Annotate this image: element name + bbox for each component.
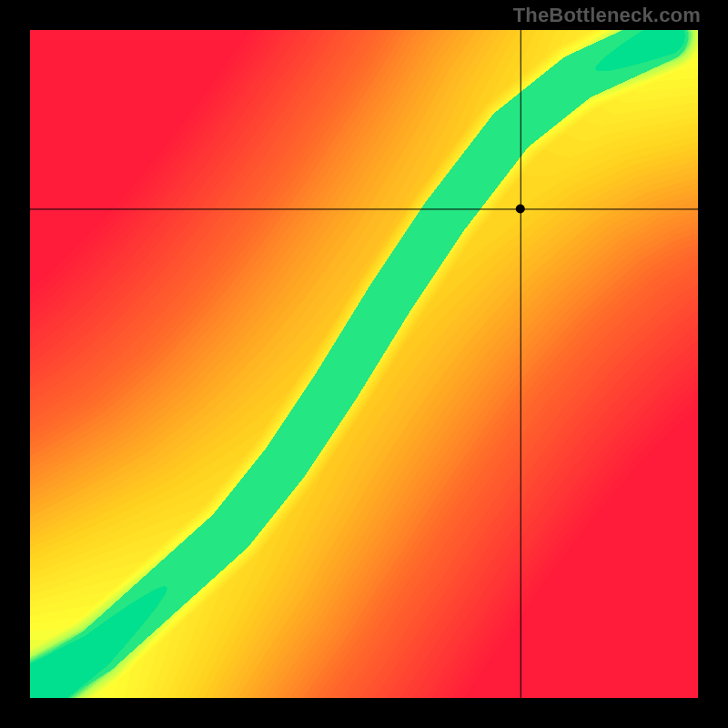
heatmap-canvas [30, 30, 698, 698]
heatmap-plot [30, 30, 698, 698]
chart-frame: TheBottleneck.com [0, 0, 728, 728]
watermark-text: TheBottleneck.com [513, 4, 701, 27]
